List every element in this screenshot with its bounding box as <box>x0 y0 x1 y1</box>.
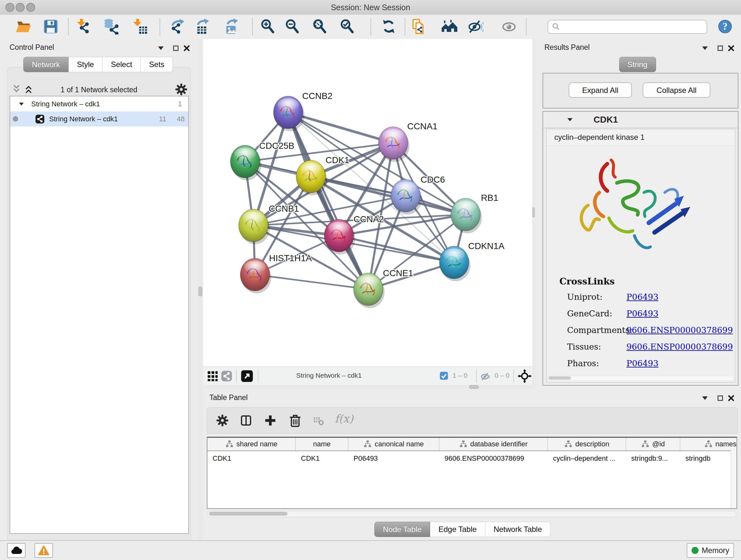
column-type-icon <box>564 440 572 448</box>
table-vscrollbar[interactable] <box>731 450 737 508</box>
panel-collapse-icon[interactable] <box>700 44 710 53</box>
table-cell[interactable]: stringdb <box>680 451 737 466</box>
column-header-canonical-name[interactable]: canonical name <box>348 438 440 450</box>
zoom-fit-content-button[interactable] <box>311 17 329 36</box>
column-header-namespace[interactable]: namespace <box>680 438 737 450</box>
collapse-all-button[interactable]: Collapse All <box>643 82 711 98</box>
cloud-icon <box>10 544 22 557</box>
tab-network[interactable]: Network <box>23 57 69 72</box>
selected-checkbox-icon[interactable] <box>439 371 449 381</box>
network-node-CCNE1 <box>354 273 385 308</box>
table-cell[interactable]: P06493 <box>348 451 440 466</box>
export-network-button[interactable] <box>170 17 187 36</box>
crosslink-link[interactable]: 9606.ENSP00000378699 <box>626 342 733 352</box>
show-columns-icon[interactable] <box>240 414 253 427</box>
search-icon <box>551 22 561 32</box>
crosshair-icon[interactable] <box>518 369 532 383</box>
node-label-CDC6: CDC6 <box>421 175 445 185</box>
table-tabs: Node TableEdge TableNetwork Table <box>374 522 550 537</box>
zoom-in-icon <box>260 18 276 35</box>
network-selected-status: 1 of 1 Network selected <box>0 85 198 94</box>
edge-count: 48 <box>177 115 185 123</box>
import-network-from-file-button[interactable] <box>75 17 92 36</box>
panel-close-icon[interactable] <box>182 44 192 53</box>
table-settings-gear-icon[interactable] <box>216 414 229 427</box>
crosslink-label: Tissues: <box>567 342 601 352</box>
birds-eye-view-icon[interactable] <box>207 370 218 381</box>
column-header-description[interactable]: description <box>548 438 626 450</box>
table-row[interactable]: CDK1CDK1P064939606.ENSP00000378699cyclin… <box>207 451 737 466</box>
help-button[interactable]: ? <box>716 17 734 36</box>
panel-float-icon[interactable] <box>716 44 725 53</box>
crosslink-link[interactable]: 9606.ENSP00000378699 <box>626 325 733 335</box>
column-header-database-identifier[interactable]: database identifier <box>440 438 548 450</box>
protein-structure-image <box>569 154 697 260</box>
node-count: 11 <box>159 115 166 123</box>
tree-expand-icon[interactable] <box>18 101 25 108</box>
tab-style[interactable]: Style <box>69 57 103 72</box>
show-all-button[interactable] <box>500 17 518 36</box>
tab-edge-table[interactable]: Edge Table <box>430 522 485 537</box>
table-cell[interactable]: cyclin–dependent ... <box>548 451 626 466</box>
zoom-selected-button[interactable] <box>338 17 356 36</box>
splitter-grip[interactable] <box>199 287 202 296</box>
apply-layout-button[interactable] <box>380 17 398 36</box>
crosslink-link[interactable]: P06493 <box>626 359 658 368</box>
table-hscrollbar[interactable] <box>207 511 737 517</box>
panel-close-icon[interactable] <box>726 393 736 403</box>
main-toolbar: ? <box>0 15 741 40</box>
tab-sets[interactable]: Sets <box>141 57 173 72</box>
panel-float-icon[interactable] <box>171 44 181 53</box>
warnings-button[interactable] <box>35 543 53 558</box>
splitter-grip[interactable] <box>469 385 479 389</box>
table-cell[interactable]: 9606.ENSP00000378699 <box>440 451 548 466</box>
zoom-in-button[interactable] <box>259 17 277 36</box>
save-session-button[interactable] <box>42 17 60 36</box>
column-header--id[interactable]: @id <box>626 438 680 450</box>
crosslink-link[interactable]: P06493 <box>626 292 658 302</box>
network-canvas[interactable]: CCNB2CCNA1CDC25BCDK1CDC6RB1CCNB1CCNA2CDK… <box>203 39 532 367</box>
panel-collapse-icon[interactable] <box>700 393 710 403</box>
table-cell[interactable]: stringdb:9... <box>626 451 680 466</box>
cloud-button[interactable] <box>7 543 25 558</box>
tab-node-table[interactable]: Node Table <box>374 522 430 537</box>
open-session-button[interactable] <box>14 17 32 36</box>
export-table-button[interactable] <box>194 17 212 36</box>
table-cell[interactable]: CDK1 <box>296 451 348 466</box>
search-input[interactable] <box>561 22 706 31</box>
tab-select[interactable]: Select <box>103 57 141 72</box>
tab-string[interactable]: String <box>619 57 656 72</box>
network-tree-parent-row[interactable]: String Network – cdk1 1 <box>10 97 188 111</box>
panel-collapse-icon[interactable] <box>156 44 165 53</box>
results-hscrollbar[interactable] <box>548 376 734 381</box>
network-tree-child-row[interactable]: String Network – cdk1 11 48 <box>10 111 188 126</box>
hide-selected-button[interactable] <box>467 17 484 36</box>
memory-button[interactable]: Memory <box>687 543 734 558</box>
import-table-from-file-button[interactable] <box>131 17 149 36</box>
table-cell[interactable]: CDK1 <box>207 451 296 466</box>
import-network-from-database-button[interactable] <box>103 17 120 36</box>
panel-float-icon[interactable] <box>716 393 725 403</box>
create-column-icon[interactable] <box>264 414 277 427</box>
delete-column-icon[interactable] <box>288 414 302 428</box>
network-view-statusbar: String Network – cdk1 1 – 0 0 – 0 <box>203 367 532 385</box>
crosslink-value-row: 9606.ENSP00000378699 <box>626 325 733 335</box>
panel-close-icon[interactable] <box>726 44 736 53</box>
gene-description: cyclin–dependent kinase 1 <box>547 129 735 145</box>
zoom-out-button[interactable] <box>283 17 301 36</box>
column-header-name[interactable]: name <box>296 438 348 450</box>
first-neighbors-button[interactable] <box>441 17 458 36</box>
search-box[interactable] <box>548 20 707 34</box>
crosslink-link[interactable]: P06493 <box>626 309 658 318</box>
column-header-shared-name[interactable]: shared name <box>207 438 296 450</box>
string-style-icon[interactable] <box>221 370 232 382</box>
left-splitter[interactable] <box>198 39 203 540</box>
gene-header[interactable]: CDK1 <box>543 112 738 128</box>
network-options-gear-icon[interactable] <box>175 83 188 96</box>
tab-network-table[interactable]: Network Table <box>485 522 551 537</box>
export-image-button[interactable] <box>223 17 241 36</box>
detach-view-icon[interactable] <box>241 370 253 382</box>
gene-collapse-icon[interactable] <box>566 116 574 124</box>
duplicate-network-button[interactable] <box>410 17 428 36</box>
expand-all-button[interactable]: Expand All <box>569 82 632 98</box>
